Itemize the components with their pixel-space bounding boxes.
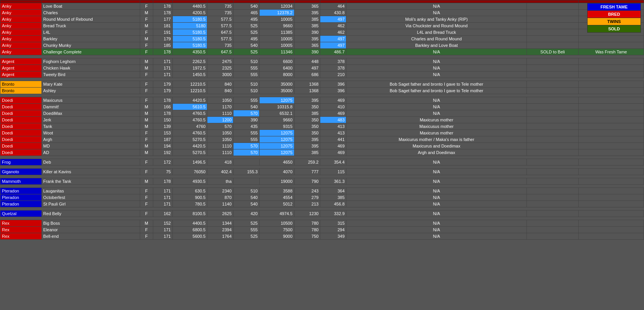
table-row: DoediADM1925270.5111057012075385469Argh … (0, 149, 644, 156)
cell-type: Anky (0, 23, 42, 29)
cell-extra2 (578, 159, 644, 166)
cell-stam: 735 (207, 42, 233, 49)
cell-food: 3588 (259, 188, 294, 194)
cell-damage: 115 (320, 169, 346, 175)
cell-weight: 385 (294, 23, 320, 29)
cell-mother-father: L4L and Bread Truck (346, 29, 527, 36)
cell-stam: 1200 (207, 117, 233, 123)
cell-stam: 647.5 (207, 29, 233, 36)
col-header-oxy (233, 0, 260, 3)
cell-extra (526, 201, 578, 207)
cell-sex: M (140, 143, 153, 149)
cell-extra (526, 36, 578, 42)
cell-level: 166 (153, 104, 172, 110)
cell-type: Anky (0, 42, 42, 49)
cell-name: Octoberfest (41, 194, 140, 201)
cell-stam: 402.4 (207, 169, 233, 175)
cell-food: 6532.1 (259, 110, 294, 117)
cell-damage: 497 (320, 42, 346, 49)
col-header-stam (207, 0, 233, 3)
cell-oxy: 510 (233, 88, 260, 94)
cell-health: 12210.5 (172, 81, 207, 88)
cell-type: Pteradon (0, 188, 42, 194)
cell-health: 5180.5 (172, 36, 207, 42)
cell-weight: 279 (294, 194, 320, 201)
cell-food: 8000 (259, 71, 294, 78)
cell-name: L4L (41, 29, 140, 36)
group-spacer (0, 156, 644, 159)
cell-level: 178 (153, 10, 172, 16)
cell-health: 2262.5 (172, 58, 207, 65)
cell-sex: F (140, 29, 153, 36)
cell-name: Argh (41, 136, 140, 143)
cell-level: 152 (153, 220, 172, 227)
table-row: BrontoAshleyF17912210.584051035000136839… (0, 88, 644, 94)
cell-level: 150 (153, 117, 172, 123)
cell-mother-father: Maxicurus mother / Maka's max is father (346, 136, 527, 143)
cell-level: 178 (153, 110, 172, 117)
cell-sex: F (140, 159, 153, 166)
cell-food: 4070 (259, 169, 294, 175)
table-row: BrontoMary KateF17912210.584051035000136… (0, 81, 644, 88)
cell-level: 171 (153, 71, 172, 78)
cell-name: Chicken Hawk (41, 65, 140, 71)
table-row: MammothFrank the TankM1784930.5tha190007… (0, 178, 644, 185)
cell-extra2: Was Fresh Tame (578, 49, 644, 55)
cell-stam: 1050 (207, 130, 233, 136)
cell-extra (526, 104, 578, 110)
cell-damage: 469 (320, 143, 346, 149)
cell-sex: F (140, 97, 153, 104)
cell-type: Frog (0, 159, 42, 166)
cell-weight: 350 (294, 130, 320, 136)
legend-item: BRED (588, 11, 641, 18)
cell-sex: F (140, 211, 153, 217)
cell-stam: 1050 (207, 97, 233, 104)
cell-extra2 (578, 58, 644, 65)
cell-oxy: 510 (233, 58, 260, 65)
table-row: DoediMDM1944420.5111057012075395469Maxic… (0, 143, 644, 149)
cell-extra2 (578, 88, 644, 94)
cell-level: 75 (153, 169, 172, 175)
cell-type: Bronto (0, 88, 42, 94)
cell-damage: 497 (320, 16, 346, 23)
cell-mother-father: N/A (346, 178, 527, 185)
cell-food: 5012 (259, 201, 294, 207)
cell-mother-father: Via Chuckster and Round Mound (346, 23, 527, 29)
table-row: AnkyBarkleyM1795180.5577.549510005395497… (0, 36, 644, 42)
cell-name: Lauganitas (41, 188, 140, 194)
cell-mother-father: Moli's anky and Tanky Anky (RIP) (346, 16, 527, 23)
cell-weight: 385 (294, 16, 320, 23)
cell-sex: M (140, 10, 153, 16)
cell-food: 6400 (259, 65, 294, 71)
cell-sex: M (140, 178, 153, 185)
cell-extra2 (578, 65, 644, 71)
cell-name: Foghorn Leghorn (41, 58, 140, 65)
cell-oxy: 540 (233, 104, 260, 110)
cell-type: Argent (0, 71, 42, 78)
cell-food: 35000 (259, 81, 294, 88)
cell-mother-father: N/A (346, 58, 527, 65)
cell-weight: 1368 (294, 81, 320, 88)
cell-health: 4760.5 (172, 110, 207, 117)
cell-oxy: 495 (233, 16, 260, 23)
cell-mother-father: N/A (346, 104, 527, 110)
cell-extra (526, 117, 578, 123)
table-row: AnkyCharlesM1784200.573546512378.2395430… (0, 10, 644, 16)
table-row: RexBell-endF1715600.517645259000750349N/… (0, 233, 644, 240)
cell-name: Bread Truck (41, 23, 140, 29)
cell-level: 171 (153, 65, 172, 71)
table-row: DoediMaxicurusF1784420.51050555120753954… (0, 97, 644, 104)
cell-damage: 378 (320, 58, 346, 65)
cell-health: 1972.5 (172, 65, 207, 71)
cell-extra2 (578, 188, 644, 194)
cell-health: 630.5 (172, 188, 207, 194)
cell-weight: 395 (294, 136, 320, 143)
cell-oxy: 540 (233, 201, 260, 207)
cell-health: 780.5 (172, 201, 207, 207)
legend-item: TWINS (588, 18, 641, 25)
cell-sex: M (140, 104, 153, 110)
cell-weight: 777 (294, 169, 320, 175)
cell-health: 12210.5 (172, 88, 207, 94)
cell-extra: SOLD to Beli (526, 49, 578, 55)
cell-stam: 577.5 (207, 36, 233, 42)
